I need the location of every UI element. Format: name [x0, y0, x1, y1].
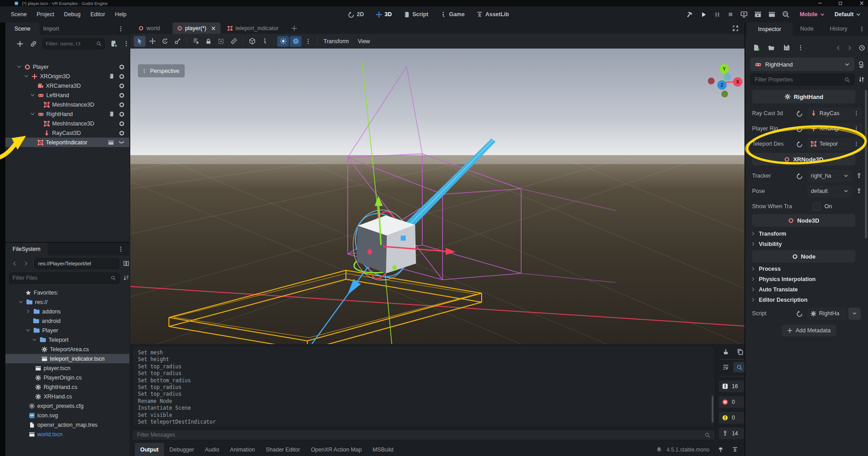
fs-xrhand-cs[interactable]: XRHand.cs	[5, 392, 129, 401]
selected-cube-mesh[interactable]	[357, 215, 416, 273]
fs-icon-svg[interactable]: icon.svg	[5, 411, 129, 420]
visibility-eye-icon[interactable]	[119, 130, 125, 136]
log-scrollbar[interactable]	[712, 396, 713, 423]
scene-tab-player[interactable]: player(*)	[173, 22, 221, 34]
visibility-eye-icon[interactable]	[119, 102, 125, 108]
movie-maker-icon[interactable]	[782, 11, 789, 18]
chevron-down-icon[interactable]	[25, 327, 31, 333]
fs-openxr-action-map[interactable]: openxr_action_map.tres	[5, 420, 129, 429]
menu-debug[interactable]: Debug	[64, 11, 80, 18]
visibility-eye-icon[interactable]	[119, 83, 125, 89]
distraction-free-icon[interactable]	[732, 25, 739, 31]
preview-sun-button[interactable]	[277, 36, 289, 47]
scale-tool-button[interactable]	[172, 36, 183, 47]
message-count-toggle[interactable]: 16	[719, 380, 744, 392]
copy-output-icon[interactable]	[737, 349, 744, 355]
scene-filter-input[interactable]: Filter: name, t:t	[43, 38, 105, 49]
expand-bottom-panel-icon[interactable]	[732, 447, 738, 453]
dots-menu-icon[interactable]	[854, 126, 859, 131]
play-icon[interactable]	[700, 11, 707, 18]
script-icon[interactable]	[109, 73, 115, 79]
play-scene-icon[interactable]	[754, 11, 762, 18]
workspace-2d-button[interactable]: 2D	[348, 11, 364, 18]
bottom-tab-output[interactable]: Output	[135, 443, 164, 456]
move-tool-button[interactable]	[146, 36, 158, 47]
dots-menu-icon[interactable]	[854, 141, 859, 147]
visibility-hidden-eye-icon[interactable]	[118, 139, 125, 146]
nav-back-icon[interactable]	[11, 260, 18, 267]
pause-icon[interactable]	[714, 11, 721, 18]
add-node-icon[interactable]	[17, 40, 23, 47]
scene-node-xrcamera3d[interactable]: XRCamera3D	[5, 81, 129, 90]
section-node3d[interactable]: Node3D	[752, 214, 855, 227]
visibility-eye-icon[interactable]	[119, 121, 125, 127]
scene-node-teleportindicator[interactable]: TeleportIndicator	[5, 138, 129, 147]
open-docs-icon[interactable]	[858, 61, 865, 68]
fs-teleport-indicator-tscn[interactable]: teleport_indicator.tscn	[5, 354, 129, 363]
edit-count-toggle[interactable]: 14	[719, 428, 744, 439]
add-metadata-button[interactable]: Add Metadata	[782, 325, 836, 336]
visibility-eye-icon[interactable]	[119, 64, 125, 70]
scene-node-raycast3d[interactable]: RayCast3D	[5, 128, 129, 138]
filesystem-filter-input[interactable]: Filter Files	[9, 273, 120, 284]
run-target-dropdown[interactable]: Mobile	[800, 11, 825, 18]
bottom-tab-msbuild[interactable]: MSBuild	[367, 443, 399, 456]
tab-scene[interactable]: Scene	[5, 22, 40, 35]
resource-menu-icon[interactable]	[797, 45, 804, 51]
bottom-tab-animation[interactable]: Animation	[225, 443, 261, 456]
instantiate-scene-icon[interactable]	[30, 40, 37, 47]
group-node-button[interactable]	[215, 36, 227, 47]
group-editor-description[interactable]: Editor Description	[750, 295, 807, 305]
attach-script-icon[interactable]	[110, 40, 117, 47]
scene-tree-menu-icon[interactable]	[123, 40, 129, 47]
new-tab-icon[interactable]	[291, 25, 297, 31]
tab-node[interactable]: Node	[800, 26, 814, 32]
build-hammer-icon[interactable]	[686, 11, 694, 18]
handle-z[interactable]	[401, 236, 406, 241]
teleport-des-value[interactable]: Telepor	[807, 138, 862, 150]
output-filter-input[interactable]: Filter Messages	[132, 429, 715, 440]
group-transform[interactable]: Transform	[750, 228, 786, 239]
group-auto-translate[interactable]: Auto Translate	[750, 284, 798, 295]
warning-count-toggle[interactable]: 0	[719, 412, 744, 424]
dots-menu-icon[interactable]	[854, 111, 859, 116]
close-window-icon[interactable]	[859, 0, 864, 6]
fs-addons[interactable]: addons	[5, 307, 129, 316]
object-history-icon[interactable]	[859, 45, 865, 51]
save-resource-icon[interactable]	[783, 44, 790, 51]
fs-playerorigin-cs[interactable]: PlayerOrigin.cs	[5, 373, 129, 382]
revert-icon[interactable]	[796, 125, 803, 132]
view-menu[interactable]: View	[358, 38, 370, 45]
dock-menu-icon[interactable]	[859, 26, 865, 32]
output-log[interactable]: Set mesh Set height Set top_radius Set t…	[132, 346, 715, 427]
ray-cast-value[interactable]: RayCas	[807, 107, 862, 120]
fs-res-root[interactable]: res://	[5, 297, 129, 307]
section-xrnode3d[interactable]: XRNode3D	[752, 153, 855, 165]
chevron-down-icon[interactable]	[16, 64, 22, 70]
lock-node-button[interactable]	[203, 36, 214, 47]
tab-import[interactable]: Import	[43, 22, 59, 35]
bottom-tab-debugger[interactable]: Debugger	[164, 443, 199, 456]
bottom-tab-audio[interactable]: Audio	[199, 443, 225, 456]
tracker-dropdown[interactable]: right_ha	[807, 170, 852, 182]
workspace-script-button[interactable]: Script	[403, 11, 428, 18]
menu-project[interactable]: Project	[36, 11, 54, 18]
fs-teleport-folder[interactable]: Teleport	[5, 335, 129, 344]
fs-player-tscn[interactable]: player.tscn	[5, 363, 129, 373]
property-tools-icon[interactable]	[858, 76, 865, 83]
select-tool-button[interactable]	[134, 36, 146, 47]
play-remote-icon[interactable]	[740, 11, 748, 18]
chevron-down-icon[interactable]	[30, 92, 35, 98]
minimize-icon[interactable]	[817, 0, 823, 6]
ruler-tool-button[interactable]	[228, 36, 239, 47]
notification-bell-icon[interactable]	[656, 447, 662, 453]
section-righthand-script[interactable]: RightHand	[752, 90, 855, 103]
chevron-down-icon[interactable]	[31, 337, 37, 343]
fs-player-folder[interactable]: Player	[5, 326, 129, 335]
new-resource-icon[interactable]	[753, 44, 760, 51]
pin-value-icon[interactable]	[856, 173, 862, 179]
instanced-scene-icon[interactable]	[108, 139, 114, 146]
chevron-down-icon[interactable]	[18, 299, 24, 305]
output-search-toggle[interactable]	[733, 362, 746, 372]
player-rig-value[interactable]: XROrigi	[807, 123, 862, 135]
